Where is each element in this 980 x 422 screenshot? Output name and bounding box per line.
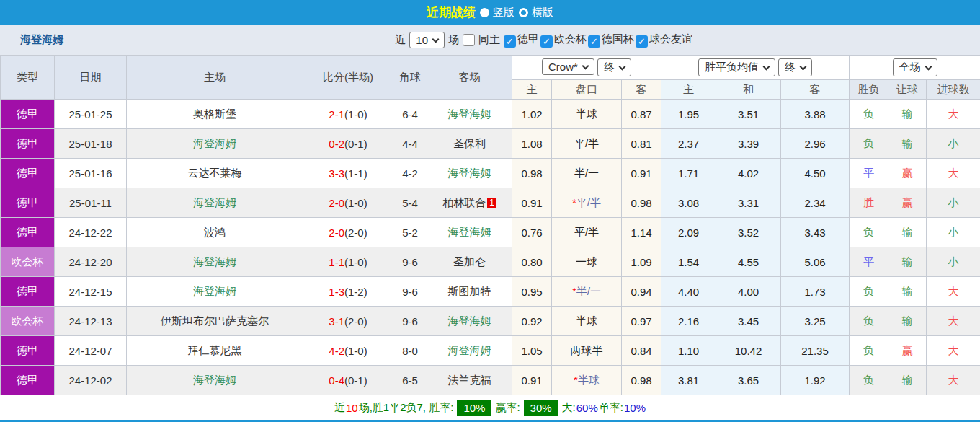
subheader-ah-home: 主: [512, 80, 552, 100]
odds-away-cell: 2.96: [781, 129, 850, 159]
handicap-line-cell: 一球: [552, 247, 622, 277]
home-team-cell[interactable]: 海登海姆: [127, 129, 303, 159]
summary-text: 10: [346, 402, 358, 414]
home-team-cell[interactable]: 伊斯坦布尔巴萨克塞尔: [127, 307, 303, 336]
result-wdl-cell: 负: [850, 307, 888, 336]
home-team-cell[interactable]: 云达不莱梅: [127, 159, 303, 188]
away-team-cell[interactable]: 海登海姆: [427, 307, 512, 336]
summary-text: 大:: [562, 401, 576, 415]
match-type-cell: 欧会杯: [1, 307, 55, 336]
corner-cell: 4-2: [393, 159, 427, 188]
away-team-cell[interactable]: 海登海姆: [427, 336, 512, 366]
away-team-cell[interactable]: 海登海姆: [427, 218, 512, 247]
handicap-line-cell: 半球: [552, 100, 622, 129]
col-header-home: 主场: [127, 56, 303, 100]
league-checkbox[interactable]: ✓: [588, 35, 600, 48]
odds-draw-cell: 3.51: [716, 100, 781, 129]
match-date-cell: 24-12-13: [55, 307, 127, 336]
odds-company-select[interactable]: Crow*: [542, 58, 594, 75]
result-goals-cell: 大: [927, 159, 980, 188]
radio-vertical-layout[interactable]: 竖版: [480, 6, 514, 19]
red-card-badge: 1: [487, 198, 496, 208]
away-team-cell[interactable]: 圣加仑: [427, 247, 512, 277]
result-goals-cell: 小: [927, 188, 980, 218]
match-type-cell: 德甲: [1, 277, 55, 307]
chevron-down-icon: [582, 62, 589, 69]
handicap-time-select[interactable]: 终: [597, 58, 631, 76]
score-cell: 1-1(1-0): [303, 247, 393, 277]
league-checkbox[interactable]: ✓: [636, 35, 648, 48]
recent-count-select[interactable]: 10: [409, 32, 445, 48]
away-team-cell[interactable]: 海登海姆: [427, 159, 512, 188]
scope-select[interactable]: 全场: [893, 58, 937, 76]
summary-text: 近: [334, 401, 345, 415]
league-label: 球会友谊: [649, 32, 692, 45]
match-type-cell: 德甲: [1, 188, 55, 218]
score-cell: 4-2(1-0): [303, 336, 393, 366]
away-team-cell[interactable]: 柏林联合1: [427, 188, 512, 218]
handicap-home-odds-cell: 0.80: [512, 247, 552, 277]
league-checkbox[interactable]: ✓: [504, 35, 516, 48]
result-handicap-cell: 输: [888, 218, 927, 247]
table-row: 德甲 25-01-16 云达不莱梅 3-3(1-1) 4-2 海登海姆 0.98…: [1, 159, 980, 188]
home-team-cell[interactable]: 海登海姆: [127, 366, 303, 395]
handicap-away-odds-cell: 0.84: [622, 336, 662, 366]
odds-draw-cell: 3.39: [716, 129, 781, 159]
home-team-cell[interactable]: 奥格斯堡: [127, 100, 303, 129]
away-team-cell[interactable]: 圣保利: [427, 129, 512, 159]
table-row: 德甲 24-12-02 海登海姆 0-4(0-1) 6-5 法兰克福 0.91 …: [1, 366, 980, 395]
score-cell: 2-0(2-0): [303, 218, 393, 247]
summary-line: 近10场,胜1平2负7, 胜率:10%赢率:30%大:60% 单率:10%: [0, 395, 980, 421]
handicap-home-odds-cell: 0.91: [512, 188, 552, 218]
odds-home-cell: 2.09: [662, 218, 716, 247]
corner-cell: 9-6: [393, 277, 427, 307]
away-team-cell[interactable]: 法兰克福: [427, 366, 512, 395]
chevron-down-icon: [432, 35, 440, 43]
odds-type-select[interactable]: 胜平负均值: [698, 58, 775, 76]
handicap-home-odds-cell: 1.02: [512, 100, 552, 129]
same-host-checkbox[interactable]: [463, 34, 475, 46]
odds-away-cell: 3.88: [781, 100, 850, 129]
handicap-home-odds-cell: 0.98: [512, 159, 552, 188]
match-type-cell: 德甲: [1, 336, 55, 366]
recent-results-panel: 近期战绩 竖版 横版 海登海姆 近 10 场 同主 ✓德甲✓欧会杯✓德国杯✓球会…: [0, 0, 980, 422]
result-goals-cell: 大: [927, 307, 980, 336]
table-row: 德甲 24-12-07 拜仁慕尼黑 4-2(1-0) 8-0 海登海姆 1.05…: [1, 336, 980, 366]
home-team-cell[interactable]: 海登海姆: [127, 247, 303, 277]
home-team-cell[interactable]: 海登海姆: [127, 188, 303, 218]
home-team-cell[interactable]: 海登海姆: [127, 277, 303, 307]
match-date-cell: 25-01-25: [55, 100, 127, 129]
result-handicap-cell: 赢: [888, 188, 927, 218]
home-team-cell[interactable]: 波鸿: [127, 218, 303, 247]
away-team-cell[interactable]: 海登海姆: [427, 100, 512, 129]
odds-away-cell: 4.50: [781, 159, 850, 188]
odds-time-select[interactable]: 终: [778, 58, 812, 76]
handicap-away-odds-cell: 0.97: [622, 307, 662, 336]
match-type-cell: 欧会杯: [1, 247, 55, 277]
corner-cell: 9-6: [393, 307, 427, 336]
summary-text: 单率:: [599, 401, 623, 415]
odds-away-cell: 3.43: [781, 218, 850, 247]
subheader-result-handicap: 让球: [888, 80, 927, 100]
handicap-line-cell: *半球: [552, 366, 622, 395]
away-team-cell[interactable]: 斯图加特: [427, 277, 512, 307]
table-row: 德甲 24-12-22 波鸿 2-0(2-0) 5-2 海登海姆 0.76 平/…: [1, 218, 980, 247]
handicap-home-odds-cell: 0.92: [512, 307, 552, 336]
col-header-date: 日期: [55, 56, 127, 100]
league-checkbox[interactable]: ✓: [540, 35, 553, 48]
odds-home-cell: 1.10: [662, 336, 716, 366]
home-team-cell[interactable]: 拜仁慕尼黑: [127, 336, 303, 366]
result-goals-cell: 大: [927, 366, 980, 395]
handicap-away-odds-cell: 0.81: [622, 129, 662, 159]
corner-cell: 5-4: [393, 188, 427, 218]
odds-away-cell: 21.35: [781, 336, 850, 366]
results-table: 类型 日期 主场 比分(半场) 角球 客场 Crow* 终 胜平负均值 终 全场: [0, 55, 980, 395]
radio-horizontal-layout[interactable]: 横版: [519, 6, 553, 19]
league-label: 德国杯: [602, 32, 634, 45]
match-date-cell: 24-12-07: [55, 336, 127, 366]
result-wdl-cell: 平: [850, 247, 888, 277]
chevron-down-icon: [800, 63, 807, 70]
radio-unselected-icon[interactable]: [519, 8, 528, 17]
radio-selected-icon[interactable]: [480, 8, 489, 17]
match-date-cell: 24-12-22: [55, 218, 127, 247]
